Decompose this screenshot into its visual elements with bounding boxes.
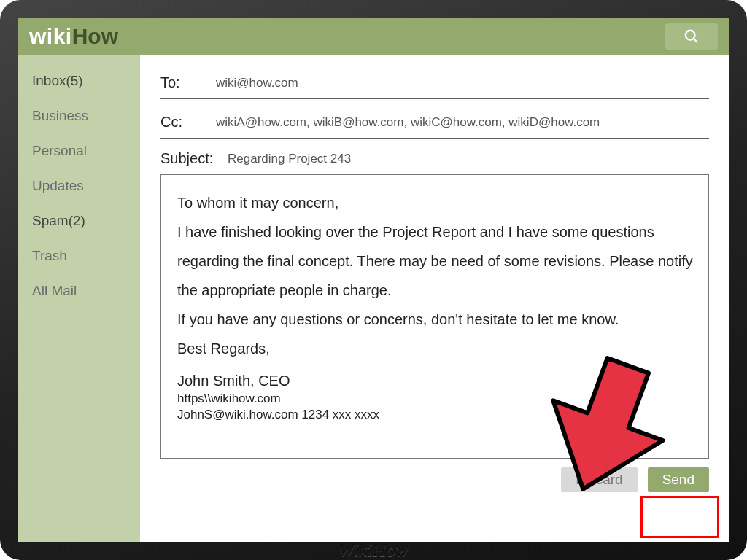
discard-button[interactable]: Discard xyxy=(561,467,637,492)
svg-line-1 xyxy=(694,39,698,43)
signature-url: https\\wikihow.com xyxy=(177,391,694,407)
sidebar-item-personal[interactable]: Personal xyxy=(32,143,140,159)
sidebar-item-business[interactable]: Business xyxy=(32,108,140,124)
body-line: If you have any questions or concerns, d… xyxy=(177,305,694,334)
brand-part2: How xyxy=(72,24,118,49)
sidebar: Inbox(5) Business Personal Updates Spam(… xyxy=(18,55,140,542)
signature-contact: JohnS@wiki.how.com 1234 xxx xxxx xyxy=(177,407,694,423)
send-button[interactable]: Send xyxy=(648,467,709,492)
app-header: wikiHow xyxy=(18,18,729,55)
signature-name: John Smith, CEO xyxy=(177,370,694,391)
body-line: Best Regards, xyxy=(177,334,694,363)
action-bar: Discard Send xyxy=(160,459,709,492)
cc-label: Cc: xyxy=(160,114,216,131)
highlight-box xyxy=(640,496,719,538)
body-line: I have finished looking over the Project… xyxy=(177,217,694,305)
compose-pane: To: Cc: Subject: Regarding Project 243 T… xyxy=(140,55,729,542)
svg-point-0 xyxy=(686,31,695,40)
cc-input[interactable] xyxy=(216,115,709,130)
brand-part1: wiki xyxy=(29,24,72,49)
sidebar-item-trash[interactable]: Trash xyxy=(32,248,140,264)
message-body[interactable]: To whom it may concern, I have finished … xyxy=(160,174,709,459)
sidebar-item-updates[interactable]: Updates xyxy=(32,178,140,194)
divider xyxy=(160,138,709,139)
search-button[interactable] xyxy=(665,23,718,50)
to-label: To: xyxy=(160,74,216,91)
tablet-frame: wikiHow Inbox(5) Business Personal Updat… xyxy=(0,0,747,560)
to-row: To: xyxy=(160,70,709,98)
device-brand-label: WikiHow xyxy=(0,540,747,560)
brand-logo: wikiHow xyxy=(29,24,118,49)
sidebar-item-inbox[interactable]: Inbox(5) xyxy=(32,73,140,89)
body-line: To whom it may concern, xyxy=(177,188,694,217)
subject-value[interactable]: Regarding Project 243 xyxy=(228,152,351,166)
cc-row: Cc: xyxy=(160,109,709,138)
divider xyxy=(160,98,709,99)
to-input[interactable] xyxy=(216,76,709,90)
search-icon xyxy=(684,28,700,44)
subject-label: Subject: xyxy=(160,150,228,167)
sidebar-item-spam[interactable]: Spam(2) xyxy=(32,213,140,229)
subject-row: Subject: Regarding Project 243 xyxy=(160,149,709,174)
sidebar-item-allmail[interactable]: All Mail xyxy=(32,283,140,299)
app-body: Inbox(5) Business Personal Updates Spam(… xyxy=(18,55,729,542)
screen: wikiHow Inbox(5) Business Personal Updat… xyxy=(18,18,729,542)
